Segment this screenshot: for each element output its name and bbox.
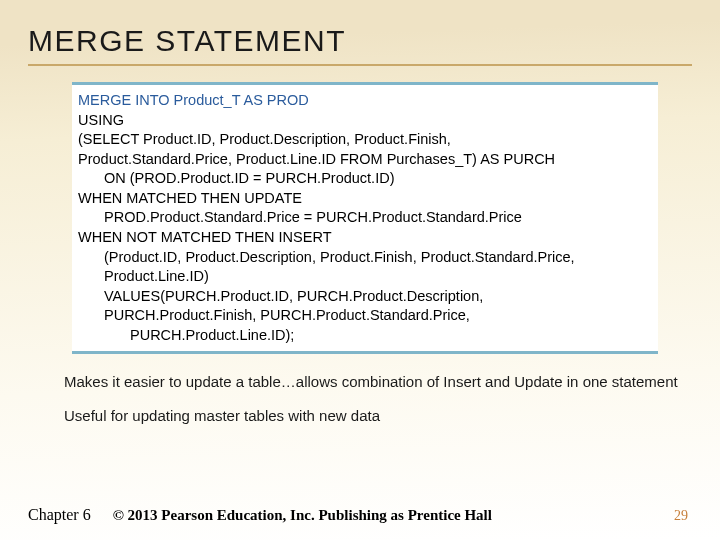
chapter-label: Chapter 6 xyxy=(28,506,91,524)
code-line: USING xyxy=(78,111,652,131)
code-line: PROD.Product.Standard.Price = PURCH.Prod… xyxy=(78,208,652,228)
copyright-text: © 2013 Pearson Education, Inc. Publishin… xyxy=(113,507,492,524)
code-line: WHEN NOT MATCHED THEN INSERT xyxy=(78,228,652,248)
code-line: VALUES(PURCH.Product.ID, PURCH.Product.D… xyxy=(78,287,652,307)
code-line: MERGE INTO Product_T AS PROD xyxy=(78,91,652,111)
code-line: ON (PROD.Product.ID = PURCH.Product.ID) xyxy=(78,169,652,189)
slide-title: MERGE STATEMENT xyxy=(28,24,692,66)
bullet-item: Useful for updating master tables with n… xyxy=(64,406,678,426)
bullet-item: Makes it easier to update a table…allows… xyxy=(64,372,678,392)
code-line: Product.Line.ID) xyxy=(78,267,652,287)
code-line: PURCH.Product.Line.ID); xyxy=(78,326,652,346)
footer: Chapter 6 © 2013 Pearson Education, Inc.… xyxy=(28,506,692,524)
sql-code-box: MERGE INTO Product_T AS PROD USING (SELE… xyxy=(72,82,658,354)
code-line: WHEN MATCHED THEN UPDATE xyxy=(78,189,652,209)
code-line: (Product.ID, Product.Description, Produc… xyxy=(78,248,652,268)
code-line: Product.Standard.Price, Product.Line.ID … xyxy=(78,150,652,170)
page-number: 29 xyxy=(674,508,688,524)
bullet-list: Makes it easier to update a table…allows… xyxy=(64,372,678,425)
code-line: PURCH.Product.Finish, PURCH.Product.Stan… xyxy=(78,306,652,326)
code-line: (SELECT Product.ID, Product.Description,… xyxy=(78,130,652,150)
slide: MERGE STATEMENT MERGE INTO Product_T AS … xyxy=(0,0,720,540)
